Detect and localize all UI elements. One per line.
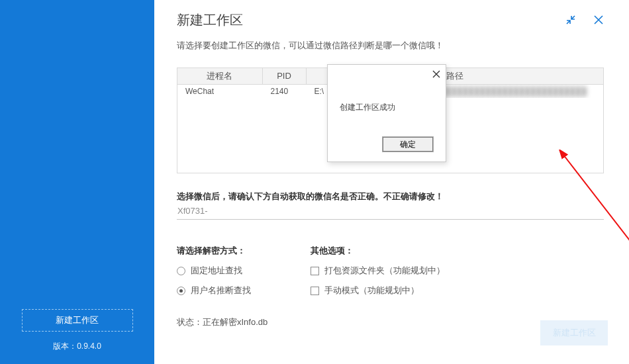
sidebar-new-workspace-button[interactable]: 新建工作区 <box>22 309 133 332</box>
checkbox-icon <box>311 267 319 275</box>
page-title: 新建工作区 <box>177 11 243 29</box>
radio-fixed-address[interactable]: 固定地址查找 <box>177 265 251 277</box>
radio-icon <box>177 267 185 275</box>
wechat-name-input[interactable] <box>177 203 604 220</box>
radio-username-infer[interactable]: 用户名推断查找 <box>177 285 251 296</box>
checkbox-icon <box>311 287 319 295</box>
decrypt-options: 请选择解密方式： 固定地址查找 用户名推断查找 <box>177 245 251 296</box>
subtitle: 请选择要创建工作区的微信，可以通过微信路径判断是哪一个微信哦！ <box>177 40 604 52</box>
checkbox-manual-mode[interactable]: 手动模式（功能规划中） <box>311 285 445 296</box>
wechat-name-label: 选择微信后，请确认下方自动获取的微信名是否正确。不正确请修改！ <box>177 191 604 203</box>
other-options: 其他选项： 打包资源文件夹（功能规划中） 手动模式（功能规划中） <box>311 245 445 296</box>
main-panel: 新建工作区 请选择要创建工作区的微信，可以通过微信路径判断是哪一个微信哦！ 进程… <box>154 0 629 364</box>
col-pid: PID <box>262 68 306 84</box>
cell-pid: 2140 <box>262 84 306 98</box>
checkbox-pack-resources[interactable]: 打包资源文件夹（功能规划中） <box>311 265 445 277</box>
col-process-name: 进程名 <box>177 68 262 84</box>
dialog-close-icon[interactable] <box>432 69 440 80</box>
cell-process-name: WeChat <box>177 84 262 98</box>
success-dialog: 创建工作区成功 确定 <box>327 64 446 162</box>
minimize-icon[interactable] <box>565 15 576 25</box>
close-icon[interactable] <box>593 15 604 25</box>
sidebar: 新建工作区 版本：0.9.4.0 <box>0 0 154 364</box>
version-label: 版本：0.9.4.0 <box>0 341 154 352</box>
dialog-message: 创建工作区成功 <box>328 102 446 113</box>
radio-icon <box>177 287 185 295</box>
dialog-ok-button[interactable]: 确定 <box>382 136 434 152</box>
create-workspace-button[interactable]: 新建工作区 <box>540 320 608 345</box>
